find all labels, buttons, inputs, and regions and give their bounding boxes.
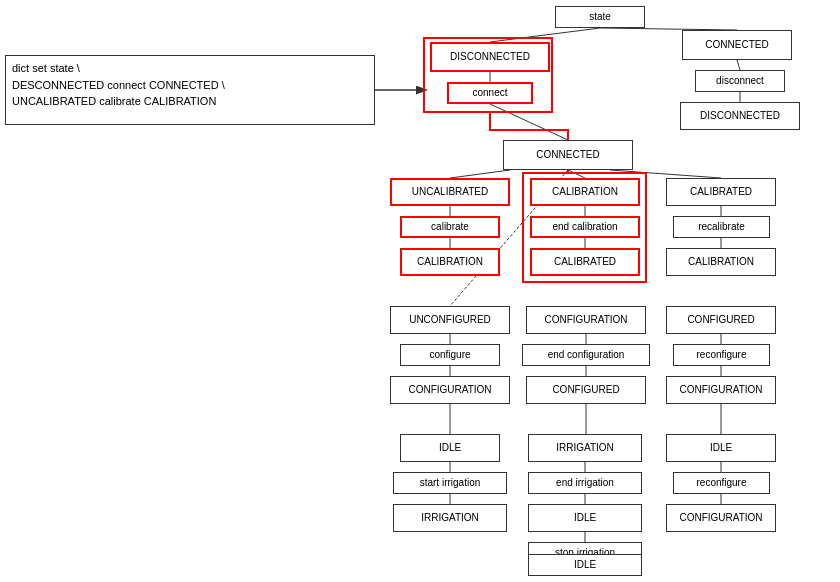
node-label-end_irrigation: end irrigation xyxy=(556,477,614,489)
svg-line-8 xyxy=(610,170,721,178)
code-text: dict set state \ DESCONNECTED connect CO… xyxy=(12,62,225,107)
node-label-configuration_bottom: CONFIGURATION xyxy=(679,512,762,524)
node-label-configuration_right: CONFIGURATION xyxy=(679,384,762,396)
node-label-disconnected2: DISCONNECTED xyxy=(700,110,780,122)
node-label-disconnected: DISCONNECTED xyxy=(450,51,530,63)
node-end_irrigation: end irrigation xyxy=(528,472,642,494)
node-label-calibration_result: CALIBRATION xyxy=(417,256,483,268)
node-configuration_mid: CONFIGURATION xyxy=(526,306,646,334)
node-idle_right: IDLE xyxy=(666,434,776,462)
node-label-configured_top: CONFIGURED xyxy=(687,314,754,326)
node-unconfigured: UNCONFIGURED xyxy=(390,306,510,334)
node-configuration_bottom: CONFIGURATION xyxy=(666,504,776,532)
node-calibration_right: CALIBRATION xyxy=(666,248,776,276)
node-label-idle_right: IDLE xyxy=(710,442,732,454)
node-calibrated_top: CALIBRATED xyxy=(666,178,776,206)
node-end_configuration: end configuration xyxy=(522,344,650,366)
node-label-idle_result: IDLE xyxy=(574,512,596,524)
node-connected_top: CONNECTED xyxy=(682,30,792,60)
node-reconfigure2: reconfigure xyxy=(673,472,770,494)
node-label-calibrated_result: CALIBRATED xyxy=(554,256,616,268)
node-calibration_mid: CALIBRATION xyxy=(530,178,640,206)
node-disconnect: disconnect xyxy=(695,70,785,92)
node-calibration_result: CALIBRATION xyxy=(400,248,500,276)
svg-line-6 xyxy=(450,170,510,178)
node-label-idle_left: IDLE xyxy=(439,442,461,454)
node-disconnected: DISCONNECTED xyxy=(430,42,550,72)
node-configure: configure xyxy=(400,344,500,366)
node-label-calibration_right: CALIBRATION xyxy=(688,256,754,268)
node-idle_bottom: IDLE xyxy=(528,554,642,576)
node-label-irrigation_mid: IRRIGATION xyxy=(556,442,614,454)
node-label-state: state xyxy=(589,11,611,23)
node-disconnected2: DISCONNECTED xyxy=(680,102,800,130)
node-configured_result: CONFIGURED xyxy=(526,376,646,404)
node-irrigation_mid: IRRIGATION xyxy=(528,434,642,462)
node-label-idle_bottom: IDLE xyxy=(574,559,596,571)
node-end_calibration: end calibration xyxy=(530,216,640,238)
node-start_irrigation: start irrigation xyxy=(393,472,507,494)
code-box: dict set state \ DESCONNECTED connect CO… xyxy=(5,55,375,125)
node-label-connected_top: CONNECTED xyxy=(705,39,768,51)
node-label-calibrate: calibrate xyxy=(431,221,469,233)
node-uncalibrated: UNCALIBRATED xyxy=(390,178,510,206)
node-label-uncalibrated: UNCALIBRATED xyxy=(412,186,489,198)
node-label-configured_result: CONFIGURED xyxy=(552,384,619,396)
svg-line-4 xyxy=(737,60,740,70)
node-connected_main: CONNECTED xyxy=(503,140,633,170)
node-label-configure: configure xyxy=(429,349,470,361)
node-connect: connect xyxy=(447,82,533,104)
node-label-calibrated_top: CALIBRATED xyxy=(690,186,752,198)
node-calibrate: calibrate xyxy=(400,216,500,238)
node-reconfigure: reconfigure xyxy=(673,344,770,366)
node-label-configuration_result: CONFIGURATION xyxy=(408,384,491,396)
node-irrigation_result: IRRIGATION xyxy=(393,504,507,532)
node-label-disconnect: disconnect xyxy=(716,75,764,87)
node-label-irrigation_result: IRRIGATION xyxy=(421,512,479,524)
node-label-unconfigured: UNCONFIGURED xyxy=(409,314,491,326)
node-label-start_irrigation: start irrigation xyxy=(420,477,481,489)
svg-line-0 xyxy=(490,28,600,42)
node-configuration_result: CONFIGURATION xyxy=(390,376,510,404)
node-state: state xyxy=(555,6,645,28)
diagram-container: dict set state \ DESCONNECTED connect CO… xyxy=(0,0,840,582)
node-idle_left: IDLE xyxy=(400,434,500,462)
node-label-end_configuration: end configuration xyxy=(548,349,625,361)
svg-line-3 xyxy=(490,104,568,140)
node-label-end_calibration: end calibration xyxy=(552,221,617,233)
node-configured_top: CONFIGURED xyxy=(666,306,776,334)
node-label-connect: connect xyxy=(472,87,507,99)
node-label-reconfigure2: reconfigure xyxy=(696,477,746,489)
node-label-reconfigure: reconfigure xyxy=(696,349,746,361)
node-label-connected_main: CONNECTED xyxy=(536,149,599,161)
node-label-configuration_mid: CONFIGURATION xyxy=(544,314,627,326)
node-idle_result: IDLE xyxy=(528,504,642,532)
node-calibrated_result: CALIBRATED xyxy=(530,248,640,276)
svg-line-7 xyxy=(568,170,585,178)
node-label-recalibrate: recalibrate xyxy=(698,221,745,233)
node-label-calibration_mid: CALIBRATION xyxy=(552,186,618,198)
node-recalibrate: recalibrate xyxy=(673,216,770,238)
node-configuration_right: CONFIGURATION xyxy=(666,376,776,404)
